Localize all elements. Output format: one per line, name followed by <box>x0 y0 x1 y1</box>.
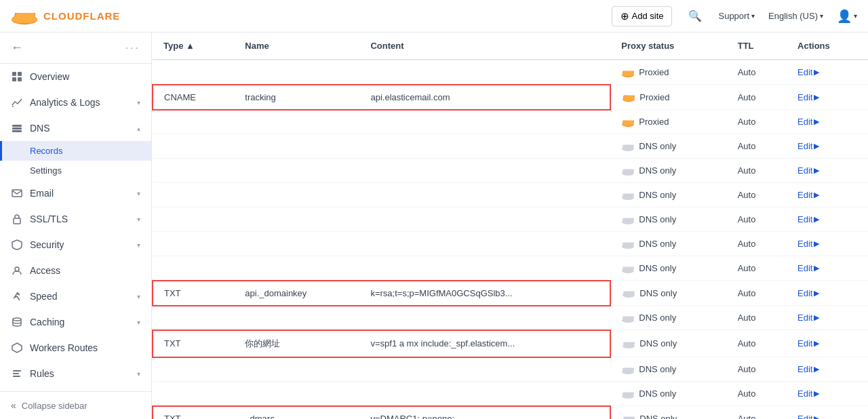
cell-proxy-status: DNS only <box>610 134 726 159</box>
cell-actions[interactable]: Edit ▶ <box>787 281 868 306</box>
cell-name <box>234 232 359 256</box>
shield-icon <box>11 239 23 251</box>
cell-actions[interactable]: Edit ▶ <box>787 357 868 382</box>
add-site-button[interactable]: ⊕ Add site <box>612 6 673 26</box>
sidebar-item-overview[interactable]: Overview <box>0 64 151 89</box>
sidebar-item-access[interactable]: Access <box>0 258 151 283</box>
collapse-sidebar-button[interactable]: « Collapse sidebar <box>0 391 151 419</box>
support-label: Support <box>718 11 749 21</box>
cell-actions[interactable]: Edit ▶ <box>787 134 868 159</box>
workers-icon <box>11 342 23 354</box>
sidebar-item-security[interactable]: Security ▾ <box>0 232 151 258</box>
sidebar-more-button[interactable]: ··· <box>125 42 140 54</box>
col-name: Name <box>234 33 359 60</box>
cell-actions[interactable]: Edit ▶ <box>787 330 868 357</box>
cell-actions[interactable]: Edit ▶ <box>787 110 868 134</box>
proxy-status-text: DNS only <box>639 141 676 151</box>
cell-proxy-status: Proxied <box>610 60 726 85</box>
edit-button[interactable]: Edit ▶ <box>797 288 857 298</box>
cell-actions[interactable]: Edit ▶ <box>787 406 868 420</box>
cell-actions[interactable]: Edit ▶ <box>787 382 868 406</box>
edit-chevron-icon: ▶ <box>814 93 819 102</box>
cell-actions[interactable]: Edit ▶ <box>787 159 868 183</box>
cell-name <box>234 357 359 382</box>
sidebar-item-email[interactable]: Email ▾ <box>0 180 151 206</box>
cell-actions[interactable]: Edit ▶ <box>787 207 868 232</box>
rules-chevron-icon: ▾ <box>137 370 140 378</box>
user-menu[interactable]: 👤 ▾ <box>837 9 857 24</box>
sidebar-subitem-settings[interactable]: Settings <box>0 161 151 180</box>
cell-ttl: Auto <box>727 281 787 306</box>
cell-actions[interactable]: Edit ▶ <box>787 232 868 256</box>
cell-name: _dmarc <box>234 406 359 420</box>
edit-button[interactable]: Edit ▶ <box>797 214 857 224</box>
svg-rect-55 <box>621 191 635 193</box>
edit-button[interactable]: Edit ▶ <box>797 313 857 323</box>
cell-actions[interactable]: Edit ▶ <box>787 183 868 207</box>
logo[interactable]: CLOUDFLARE <box>11 7 120 25</box>
sidebar-item-caching[interactable]: Caching ▾ <box>0 309 151 335</box>
cell-actions[interactable]: Edit ▶ <box>787 85 868 110</box>
cell-content <box>359 357 610 382</box>
edit-button[interactable]: Edit ▶ <box>797 190 857 200</box>
edit-button[interactable]: Edit ▶ <box>797 338 857 348</box>
svg-rect-14 <box>12 130 22 132</box>
cell-content <box>359 306 610 330</box>
cloud-dns-only-icon <box>622 414 635 419</box>
sidebar-item-workers-routes[interactable]: Workers Routes <box>0 335 151 361</box>
cell-type <box>153 232 234 256</box>
cell-ttl: Auto <box>727 330 787 357</box>
table-row: DNS onlyAutoEdit ▶ <box>153 357 868 382</box>
cell-proxy-status: DNS only <box>610 232 726 256</box>
edit-chevron-icon: ▶ <box>814 191 819 199</box>
proxy-status-text: DNS only <box>639 288 677 298</box>
edit-button[interactable]: Edit ▶ <box>797 117 857 127</box>
edit-button[interactable]: Edit ▶ <box>797 67 857 77</box>
edit-button[interactable]: Edit ▶ <box>797 92 857 102</box>
edit-chevron-icon: ▶ <box>814 68 819 77</box>
support-menu[interactable]: Support ▾ <box>718 11 755 21</box>
cell-actions[interactable]: Edit ▶ <box>787 256 868 281</box>
language-menu[interactable]: English (US) ▾ <box>768 11 823 21</box>
cloud-dns-only-icon <box>621 191 635 200</box>
cell-proxy-status: DNS only <box>610 306 726 330</box>
cell-name <box>234 159 359 183</box>
sidebar-item-analytics-logs[interactable]: Analytics & Logs ▾ <box>0 89 151 115</box>
language-chevron-icon: ▾ <box>820 12 823 20</box>
proxy-status-text: DNS only <box>639 364 676 374</box>
sidebar-item-rules[interactable]: Rules ▾ <box>0 361 151 386</box>
edit-chevron-icon: ▶ <box>814 264 819 273</box>
svg-rect-6 <box>11 7 38 13</box>
sidebar-subitem-records[interactable]: Records <box>0 141 151 161</box>
edit-button[interactable]: Edit ▶ <box>797 388 857 399</box>
cell-actions[interactable]: Edit ▶ <box>787 60 868 85</box>
sidebar-item-label-overview: Overview <box>30 71 140 82</box>
edit-button[interactable]: Edit ▶ <box>797 165 857 176</box>
sidebar-item-ssl-tls[interactable]: SSL/TLS ▾ <box>0 206 151 232</box>
edit-button[interactable]: Edit ▶ <box>797 263 857 273</box>
sidebar-item-dns[interactable]: DNS ▴ <box>0 115 151 141</box>
cell-actions[interactable]: Edit ▶ <box>787 306 868 330</box>
cell-ttl: Auto <box>727 232 787 256</box>
sidebar-item-speed[interactable]: Speed ▾ <box>0 283 151 309</box>
sidebar-item-label-ssl: SSL/TLS <box>30 214 130 224</box>
search-button[interactable]: 🔍 <box>686 7 705 25</box>
table-row: DNS onlyAutoEdit ▶ <box>153 382 868 406</box>
edit-button[interactable]: Edit ▶ <box>797 414 857 420</box>
search-icon: 🔍 <box>688 10 702 22</box>
cell-type <box>153 357 234 382</box>
cell-type <box>153 183 234 207</box>
table-row: DNS onlyAutoEdit ▶ <box>153 159 868 183</box>
svg-rect-16 <box>14 218 20 224</box>
edit-button[interactable]: Edit ▶ <box>797 239 857 249</box>
proxy-status-text: Proxied <box>639 117 669 127</box>
cloud-proxied-icon <box>621 68 635 77</box>
table-row: DNS onlyAutoEdit ▶ <box>153 256 868 281</box>
col-content: Content <box>359 33 610 60</box>
edit-button[interactable]: Edit ▶ <box>797 141 857 151</box>
grid-icon <box>11 71 23 83</box>
cell-name: api._domainkey <box>234 281 359 306</box>
edit-button[interactable]: Edit ▶ <box>797 364 857 374</box>
sidebar-back-button[interactable]: ← <box>11 41 23 55</box>
cloud-proxied-icon <box>621 117 635 127</box>
